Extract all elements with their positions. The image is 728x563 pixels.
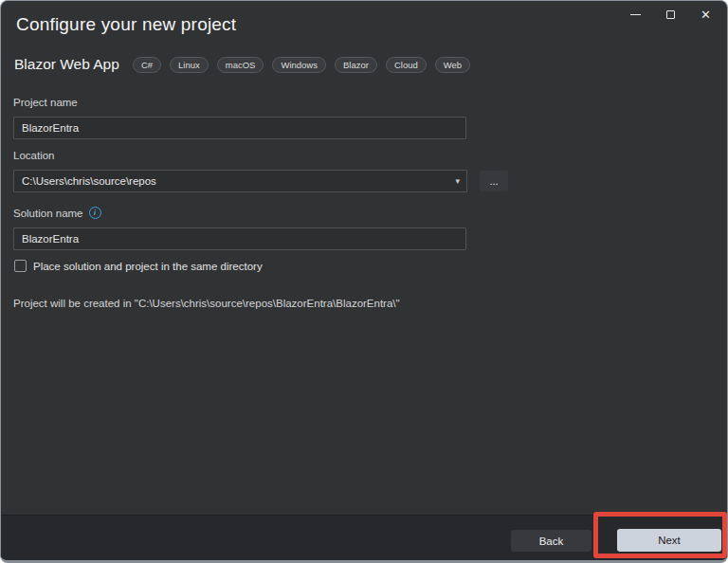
browse-location-button[interactable]: ... (480, 171, 508, 191)
dialog-title: Configure your new project (16, 14, 236, 35)
same-directory-row: Place solution and project in the same d… (14, 260, 263, 272)
project-name-label: Project name (13, 97, 78, 108)
solution-name-label-row: Solution name i (13, 207, 101, 219)
info-icon[interactable]: i (89, 207, 101, 219)
window-controls: ✕ (618, 1, 723, 27)
location-combobox[interactable]: C:\Users\chris\source\repos ▾ (13, 170, 467, 192)
template-name: Blazor Web App (14, 56, 119, 73)
close-icon: ✕ (701, 9, 711, 21)
titlebar: Configure your new project ✕ (1, 1, 727, 50)
template-header: Blazor Web App C# Linux macOS Windows Bl… (14, 56, 470, 73)
back-button[interactable]: Back (511, 530, 592, 552)
same-directory-label: Place solution and project in the same d… (33, 261, 263, 272)
next-button[interactable]: Next (617, 529, 721, 552)
project-name-input[interactable] (13, 117, 466, 139)
minimize-icon (630, 14, 641, 15)
tag-macos: macOS (217, 57, 264, 73)
maximize-icon (666, 10, 675, 19)
maximize-button[interactable] (653, 1, 688, 27)
solution-name-label: Solution name (13, 208, 83, 219)
chevron-down-icon: ▾ (455, 176, 466, 186)
tag-web: Web (435, 57, 470, 73)
close-button[interactable]: ✕ (688, 1, 723, 27)
minimize-button[interactable] (618, 1, 653, 27)
tag-list: C# Linux macOS Windows Blazor Cloud Web (133, 57, 470, 73)
project-path-info: Project will be created in "C:\Users\chr… (13, 298, 400, 309)
same-directory-checkbox[interactable] (14, 260, 27, 272)
location-label: Location (13, 150, 54, 161)
tag-csharp: C# (133, 57, 161, 73)
tag-blazor: Blazor (335, 57, 377, 73)
location-value: C:\Users\chris\source\repos (14, 175, 455, 187)
tag-linux: Linux (170, 57, 209, 73)
solution-name-input[interactable] (13, 227, 466, 250)
tag-windows: Windows (272, 57, 326, 73)
configure-project-dialog: Configure your new project ✕ Blazor Web … (0, 0, 728, 563)
tag-cloud: Cloud (386, 57, 427, 73)
